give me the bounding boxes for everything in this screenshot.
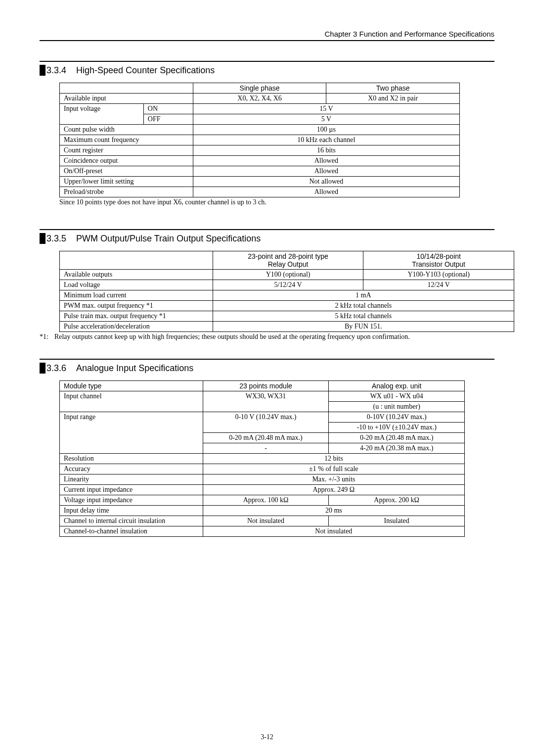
cell-value: Allowed xyxy=(193,166,459,177)
footnote: *1: Relay outputs cannot keep up with hi… xyxy=(40,333,494,341)
row-label: Current input impedance xyxy=(60,485,203,495)
cell-value: Approx. 100 kΩ xyxy=(203,495,329,506)
col-header: Single phase xyxy=(193,83,326,94)
footnote-text: Relay outputs cannot keep up with high f… xyxy=(54,333,410,341)
cell-value: X0 and X2 in pair xyxy=(326,94,460,104)
row-label: Preload/strobe xyxy=(60,187,193,197)
row-label: Resolution xyxy=(60,454,203,464)
row-sublabel: OFF xyxy=(143,114,193,125)
section-title: High-Speed Counter Specifications xyxy=(76,65,215,76)
table-335: 23-point and 28-point type Relay Output … xyxy=(59,251,514,332)
col-header: Two phase xyxy=(326,83,460,94)
cell-value: WX u01 - WX u04 xyxy=(329,391,465,402)
footnote-marker: *1: xyxy=(40,333,48,341)
section-334: 3.3.4 High-Speed Counter Specifications … xyxy=(40,61,494,206)
table-334: Single phase Two phase Available input X… xyxy=(59,83,460,197)
cell-value: 0-10V (10.24V max.) xyxy=(329,412,465,423)
row-label: Input voltage xyxy=(60,104,144,125)
section-title: PWM Output/Pulse Train Output Specificat… xyxy=(76,234,261,244)
col-header: 23 points module xyxy=(203,381,329,391)
cell-value: 1 mA xyxy=(213,290,514,301)
row-label: Channel-to-channel insulation xyxy=(60,526,203,537)
cell-value: Approx. 200 kΩ xyxy=(329,495,465,506)
cell-value: By FUN 151. xyxy=(213,322,514,332)
cell-value: -10 to +10V (±10.24V max.) xyxy=(329,423,465,433)
col-header: Analog exp. unit xyxy=(329,381,465,391)
row-label: Pulse acceleration/deceleration xyxy=(60,322,213,332)
table-336: Module type 23 points module Analog exp.… xyxy=(59,380,465,537)
page-number: 3-12 xyxy=(0,733,534,741)
cell-value: - xyxy=(203,443,329,454)
row-label: Voltage input impedance xyxy=(60,495,203,506)
cell-value: Approx. 249 Ω xyxy=(203,485,464,495)
row-label: Count pulse width xyxy=(60,125,193,135)
row-label: Available outputs xyxy=(60,270,213,280)
row-label: Input delay time xyxy=(60,506,203,516)
cell-value: 2 kHz total channels xyxy=(213,301,514,311)
chapter-header: Chapter 3 Function and Performance Speci… xyxy=(40,30,494,41)
cell-value: 20 ms xyxy=(203,506,464,516)
row-label: Input channel xyxy=(60,391,203,412)
col-header: 23-point and 28-point type Relay Output xyxy=(213,251,363,270)
row-label: Maximum count frequency xyxy=(60,135,193,145)
cell-value: 100 µs xyxy=(193,125,459,135)
row-label: Count register xyxy=(60,145,193,156)
row-label: Available input xyxy=(60,94,193,104)
cell-value: ±1 % of full scale xyxy=(203,464,464,474)
cell-value: WX30, WX31 xyxy=(203,391,329,412)
row-label: Load voltage xyxy=(60,280,213,290)
row-label: On/Off-preset xyxy=(60,166,193,177)
section-number: 3.3.4 xyxy=(46,65,66,76)
cell-value: 5 kHz total channels xyxy=(213,311,514,322)
cell-value: 15 V xyxy=(193,104,459,114)
row-sublabel: ON xyxy=(143,104,193,114)
cell-value: 0-20 mA (20.48 mA max.) xyxy=(203,433,329,443)
row-label: Channel to internal circuit insulation xyxy=(60,516,203,526)
col-header: Module type xyxy=(60,381,203,391)
cell-value: 0-20 mA (20.48 mA max.) xyxy=(329,433,465,443)
col-header: 10/14/28-point Transistor Output xyxy=(363,251,514,270)
section-336: 3.3.6 Analogue Input Specifications Modu… xyxy=(40,359,494,537)
cell-value: Not insulated xyxy=(203,516,329,526)
section-number: 3.3.5 xyxy=(46,234,66,244)
cell-value: Not insulated xyxy=(203,526,464,537)
section-335: 3.3.5 PWM Output/Pulse Train Output Spec… xyxy=(40,229,494,341)
cell-value: 16 bits xyxy=(193,145,459,156)
table-caption: Since 10 points type does not have input… xyxy=(59,198,494,206)
row-label: Minimum load current xyxy=(60,290,213,301)
cell-value: 5/12/24 V xyxy=(213,280,363,290)
cell-value: Y100 (optional) xyxy=(213,270,363,280)
cell-value: 4-20 mA (20.38 mA max.) xyxy=(329,443,465,454)
section-marker xyxy=(40,65,45,76)
cell-value: X0, X2, X4, X6 xyxy=(193,94,326,104)
cell-value: Allowed xyxy=(193,187,459,197)
cell-value: 0-10 V (10.24V max.) xyxy=(203,412,329,433)
section-marker xyxy=(40,233,45,244)
cell-value: Max. +/-3 units xyxy=(203,474,464,485)
row-label: Accuracy xyxy=(60,464,203,474)
row-label: Input range xyxy=(60,412,203,454)
cell-value: 12/24 V xyxy=(363,280,514,290)
cell-value: 5 V xyxy=(193,114,459,125)
row-label: Coincidence output xyxy=(60,156,193,166)
cell-value: Allowed xyxy=(193,156,459,166)
cell-value: (u : unit number) xyxy=(329,402,465,412)
cell-value: 12 bits xyxy=(203,454,464,464)
section-title: Analogue Input Specifications xyxy=(76,363,193,374)
cell-value: Not allowed xyxy=(193,177,459,187)
section-marker xyxy=(40,363,45,374)
section-number: 3.3.6 xyxy=(46,363,66,374)
row-label: Pulse train max. output frequency *1 xyxy=(60,311,213,322)
cell-value: Insulated xyxy=(329,516,465,526)
row-label: Upper/lower limit setting xyxy=(60,177,193,187)
cell-value: 10 kHz each channel xyxy=(193,135,459,145)
cell-value: Y100-Y103 (optional) xyxy=(363,270,514,280)
row-label: PWM max. output frequency *1 xyxy=(60,301,213,311)
row-label: Linearity xyxy=(60,474,203,485)
